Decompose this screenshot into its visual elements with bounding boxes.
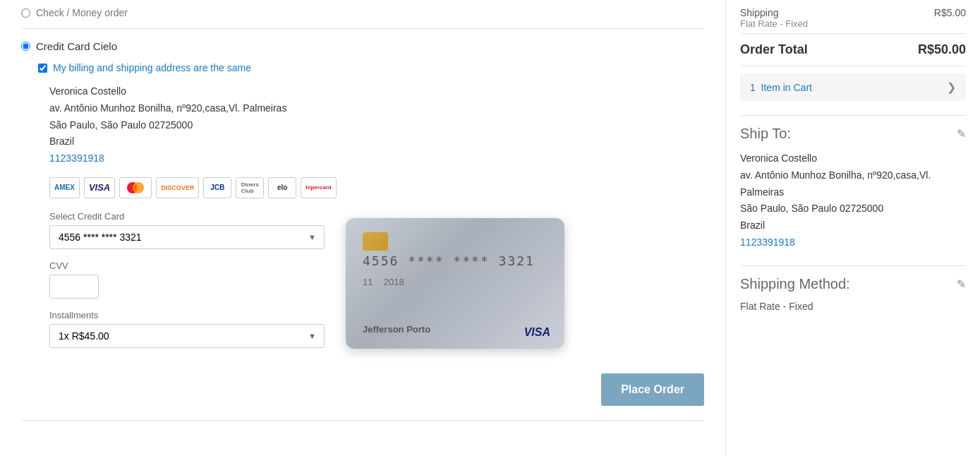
shipping-row: Shipping Flat Rate - Fixed R$5.00 — [740, 7, 966, 29]
mastercard-logo — [119, 177, 152, 198]
credit-card-label: Credit Card Cielo — [36, 40, 117, 52]
shipping-method-section: Shipping Method: ✎ Flat Rate - Fixed — [740, 265, 966, 312]
form-right: 4556 **** **** 3321 11 2018 Jefferson Po… — [346, 211, 704, 349]
ship-name: Veronica Costello — [740, 150, 966, 167]
card-number-visual: 4556 **** **** 3321 — [363, 253, 548, 268]
diners-logo: DinersClub — [236, 177, 264, 198]
check-money-label: Check / Money order — [36, 7, 128, 18]
ship-street: av. Antônio Munhoz Bonilha, nº920,casa,V… — [740, 167, 966, 201]
visa-logo: VISA — [84, 177, 115, 198]
order-total-value: R$50.00 — [918, 42, 966, 57]
billing-name: Veronica Costello — [49, 83, 704, 100]
discover-logo: DISCOVER — [156, 177, 199, 198]
chevron-down-icon: ❯ — [947, 80, 956, 94]
place-order-row: Place Order — [49, 373, 704, 406]
card-year: 2018 — [384, 277, 404, 287]
elo-logo: elo — [268, 177, 296, 198]
cvv-label: CVV — [49, 260, 325, 271]
billing-street: av. Antônio Munhoz Bonilha, nº920,casa,V… — [49, 100, 704, 117]
cart-items-label: 1 Item in Cart — [750, 82, 812, 93]
flat-rate-label: Flat Rate - Fixed — [740, 18, 808, 29]
ship-address-block: Veronica Costello av. Antônio Munhoz Bon… — [740, 150, 966, 251]
cvv-input[interactable] — [49, 275, 99, 299]
cvv-group: CVV — [49, 260, 325, 299]
shipping-value: R$5.00 — [934, 7, 966, 18]
card-holder-visual: Jefferson Porto — [363, 324, 430, 335]
place-order-button[interactable]: Place Order — [601, 373, 704, 406]
credit-card-radio[interactable] — [21, 42, 30, 51]
select-credit-card-dropdown[interactable]: 4556 **** **** 3321 — [49, 225, 325, 249]
shipping-method-header: Shipping Method: ✎ — [740, 276, 966, 292]
form-section: Select Credit Card 4556 **** **** 3321 C… — [49, 211, 704, 359]
bottom-divider — [21, 420, 704, 421]
cart-items-row[interactable]: 1 Item in Cart ❯ — [740, 73, 966, 101]
amex-logo: AMEX — [49, 177, 80, 198]
billing-city: São Paulo, São Paulo 02725000 — [49, 117, 704, 134]
ship-to-header: Ship To: ✎ — [740, 126, 966, 142]
shipping-method-title: Shipping Method: — [740, 276, 850, 292]
check-money-radio[interactable] — [21, 8, 30, 18]
hipercard-logo: hipercard — [301, 177, 336, 198]
shipping-method-value: Flat Rate - Fixed — [740, 301, 966, 312]
installments-wrapper: 1x R$45.00 — [49, 324, 325, 348]
installments-dropdown[interactable]: 1x R$45.00 — [49, 324, 325, 348]
cart-items-count: 1 — [750, 82, 756, 93]
billing-country: Brazil — [49, 133, 704, 150]
billing-same-label: My billing and shipping address are the … — [53, 62, 251, 73]
card-expiry-visual: 11 2018 — [363, 277, 548, 287]
cart-items-text: Item in Cart — [761, 82, 812, 93]
select-credit-card-label: Select Credit Card — [49, 211, 325, 222]
card-logos: AMEX VISA DISCOVER JCB DinersClub elo hi… — [49, 177, 704, 198]
check-money-row: Check / Money order — [21, 7, 704, 29]
credit-card-visual: 4556 **** **** 3321 11 2018 Jefferson Po… — [346, 218, 564, 349]
ship-phone: 1123391918 — [740, 234, 966, 251]
billing-phone: 1123391918 — [49, 150, 704, 167]
installments-label: Installments — [49, 310, 325, 320]
ship-to-edit-icon[interactable]: ✎ — [957, 127, 966, 140]
ship-city: São Paulo, São Paulo 02725000 — [740, 200, 966, 217]
billing-address-block: Veronica Costello av. Antônio Munhoz Bon… — [49, 83, 704, 167]
jcb-logo: JCB — [203, 177, 231, 198]
billing-checkbox-row: My billing and shipping address are the … — [38, 62, 704, 73]
shipping-label: Shipping — [740, 7, 808, 18]
select-credit-card-wrapper: 4556 **** **** 3321 — [49, 225, 325, 249]
card-chip — [363, 232, 388, 251]
order-total-label: Order Total — [740, 42, 808, 57]
shipping-method-edit-icon[interactable]: ✎ — [957, 277, 966, 291]
ship-country: Brazil — [740, 217, 966, 234]
left-panel: Check / Money order Credit Card Cielo My… — [0, 0, 726, 456]
billing-same-checkbox[interactable] — [38, 64, 47, 73]
order-total-row: Order Total R$50.00 — [740, 33, 966, 66]
installments-group: Installments 1x R$45.00 — [49, 310, 325, 348]
credit-card-row: Credit Card Cielo — [21, 40, 704, 52]
card-brand-visual: VISA — [524, 326, 550, 339]
form-left: Select Credit Card 4556 **** **** 3321 C… — [49, 211, 325, 359]
order-summary: Shipping Flat Rate - Fixed R$5.00 Order … — [740, 0, 966, 312]
right-panel: Shipping Flat Rate - Fixed R$5.00 Order … — [726, 0, 980, 456]
card-month: 11 — [363, 277, 373, 287]
ship-to-section: Ship To: ✎ Veronica Costello av. Antônio… — [740, 115, 966, 251]
ship-to-title: Ship To: — [740, 126, 791, 142]
select-credit-card-group: Select Credit Card 4556 **** **** 3321 — [49, 211, 325, 249]
